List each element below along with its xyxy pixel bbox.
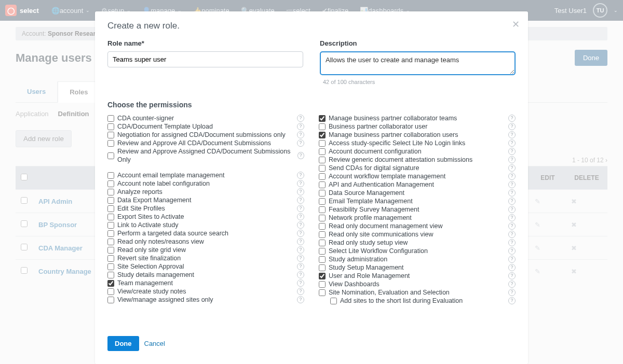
help-icon[interactable]: ? (297, 255, 304, 262)
permission-checkbox[interactable] (107, 132, 114, 138)
permission-checkbox[interactable] (319, 231, 326, 238)
help-icon[interactable]: ? (508, 231, 516, 238)
help-icon[interactable]: ? (297, 123, 304, 130)
help-icon[interactable]: ? (508, 139, 516, 147)
help-icon[interactable]: ? (297, 152, 304, 159)
permission-checkbox[interactable] (107, 180, 114, 187)
permission-item: View/manage assigned sites only? (107, 296, 304, 304)
permission-checkbox[interactable] (107, 189, 114, 195)
permission-checkbox[interactable] (319, 157, 326, 163)
permission-checkbox[interactable] (319, 215, 326, 221)
description-textarea[interactable] (320, 51, 516, 75)
permission-item: Read only study setup view? (319, 239, 516, 247)
permission-checkbox[interactable] (319, 281, 326, 288)
help-icon[interactable]: ? (508, 256, 516, 263)
help-icon[interactable]: ? (508, 189, 516, 197)
help-icon[interactable]: ? (508, 297, 516, 304)
help-icon[interactable]: ? (297, 296, 304, 303)
help-icon[interactable]: ? (508, 115, 516, 122)
close-icon[interactable]: ✕ (512, 19, 520, 30)
permission-checkbox[interactable] (319, 198, 326, 205)
help-icon[interactable]: ? (297, 271, 304, 278)
permission-checkbox[interactable] (319, 140, 326, 147)
permission-checkbox[interactable] (107, 152, 114, 159)
permission-checkbox[interactable] (107, 197, 114, 204)
permission-checkbox[interactable] (107, 123, 114, 130)
permission-item: Study Setup Management? (319, 263, 516, 272)
permission-checkbox[interactable] (319, 289, 326, 296)
permission-checkbox[interactable] (107, 230, 114, 237)
permission-item: API and Authentication Management? (319, 180, 516, 189)
permission-checkbox[interactable] (107, 297, 114, 303)
help-icon[interactable]: ? (297, 131, 304, 138)
help-icon[interactable]: ? (508, 239, 516, 246)
permission-checkbox[interactable] (319, 115, 326, 122)
permission-checkbox[interactable] (107, 263, 114, 270)
permission-checkbox[interactable] (330, 298, 337, 304)
permission-checkbox[interactable] (319, 223, 326, 230)
permission-checkbox[interactable] (107, 205, 114, 212)
help-icon[interactable]: ? (297, 180, 304, 187)
help-icon[interactable]: ? (508, 222, 516, 230)
permission-checkbox[interactable] (319, 240, 326, 246)
permission-checkbox[interactable] (107, 280, 114, 287)
permission-checkbox[interactable] (319, 148, 326, 155)
help-icon[interactable]: ? (297, 188, 304, 195)
help-icon[interactable]: ? (508, 156, 516, 163)
permission-checkbox[interactable] (319, 173, 326, 180)
permission-checkbox[interactable] (107, 239, 114, 245)
help-icon[interactable]: ? (297, 115, 304, 122)
modal-done-button[interactable]: Done (107, 336, 139, 351)
permission-checkbox[interactable] (107, 247, 114, 254)
help-icon[interactable]: ? (508, 198, 516, 205)
permission-item: Send CDAs for digital signature? (319, 164, 516, 172)
role-name-input[interactable] (107, 51, 303, 67)
help-icon[interactable]: ? (297, 263, 304, 270)
help-icon[interactable]: ? (297, 172, 304, 179)
help-icon[interactable]: ? (508, 173, 516, 180)
modal-cancel-button[interactable]: Cancel (144, 340, 165, 347)
help-icon[interactable]: ? (508, 164, 516, 172)
help-icon[interactable]: ? (508, 131, 516, 138)
help-icon[interactable]: ? (297, 288, 304, 295)
permission-checkbox[interactable] (319, 264, 326, 271)
help-icon[interactable]: ? (508, 123, 516, 130)
help-icon[interactable]: ? (297, 246, 304, 254)
help-icon[interactable]: ? (508, 206, 516, 213)
help-icon[interactable]: ? (297, 139, 304, 147)
help-icon[interactable]: ? (297, 279, 304, 287)
help-icon[interactable]: ? (508, 281, 516, 288)
permission-checkbox[interactable] (319, 123, 326, 130)
help-icon[interactable]: ? (297, 197, 304, 204)
permission-checkbox[interactable] (107, 214, 114, 220)
permission-checkbox[interactable] (107, 140, 114, 147)
permission-checkbox[interactable] (319, 206, 326, 213)
help-icon[interactable]: ? (297, 238, 304, 245)
help-icon[interactable]: ? (297, 213, 304, 220)
help-icon[interactable]: ? (508, 289, 516, 296)
permission-checkbox[interactable] (107, 222, 114, 229)
permission-checkbox[interactable] (319, 273, 326, 279)
permission-checkbox[interactable] (107, 172, 114, 179)
permission-checkbox[interactable] (319, 181, 326, 188)
help-icon[interactable]: ? (508, 247, 516, 255)
help-icon[interactable]: ? (297, 230, 304, 237)
help-icon[interactable]: ? (508, 272, 516, 279)
permission-checkbox[interactable] (319, 132, 326, 138)
permission-checkbox[interactable] (319, 248, 326, 255)
help-icon[interactable]: ? (508, 181, 516, 188)
permission-label: CDA counter-signer (117, 114, 174, 122)
permission-checkbox[interactable] (107, 115, 114, 122)
permission-checkbox[interactable] (319, 165, 326, 172)
permission-label: Read only document management view (329, 222, 443, 230)
permission-checkbox[interactable] (319, 190, 326, 197)
help-icon[interactable]: ? (297, 221, 304, 229)
help-icon[interactable]: ? (508, 148, 516, 155)
permission-checkbox[interactable] (107, 272, 114, 278)
permission-checkbox[interactable] (107, 288, 114, 295)
help-icon[interactable]: ? (508, 214, 516, 221)
permission-checkbox[interactable] (319, 256, 326, 263)
help-icon[interactable]: ? (508, 264, 516, 271)
help-icon[interactable]: ? (297, 205, 304, 212)
permission-checkbox[interactable] (107, 255, 114, 262)
